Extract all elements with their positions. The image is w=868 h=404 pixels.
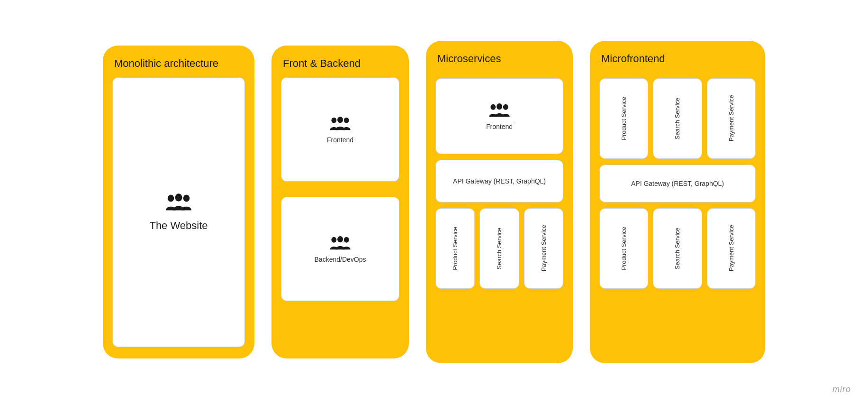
ms-frontend-label: Frontend: [486, 123, 513, 130]
mf-top-search-label: Search Service: [674, 98, 681, 139]
diagram-row: Monolithic architecture The Website Fron…: [74, 22, 794, 382]
ms-search-service-box: Search Service: [479, 208, 519, 289]
frontbackend-title: Front & Backend: [281, 57, 399, 71]
ms-services-row: Product Service Search Service Payment S…: [435, 208, 563, 289]
svg-point-0: [168, 195, 174, 202]
mf-bottom-search-label: Search Service: [674, 228, 681, 269]
microfrontend-card: Microfrontend Product Service Search Ser…: [590, 41, 765, 363]
frontend-label: Frontend: [327, 136, 353, 144]
mf-gateway-box: API Gateway (REST, GraphQL): [599, 165, 756, 202]
ms-gateway-box: API Gateway (REST, GraphQL): [435, 160, 563, 202]
people-icon-ms-frontend: [488, 102, 511, 119]
mf-bottom-search-box: Search Service: [653, 208, 702, 289]
canvas: Monolithic architecture The Website Fron…: [0, 0, 868, 404]
people-icon-backend: [329, 235, 352, 252]
mf-bottom-payment-label: Payment Service: [728, 225, 735, 271]
svg-point-3: [331, 117, 336, 123]
ms-product-service-box: Product Service: [435, 208, 475, 289]
people-icon-frontend: [329, 115, 352, 132]
ms-search-service-label: Search Service: [496, 228, 503, 269]
svg-point-8: [344, 237, 349, 242]
mf-top-payment-label: Payment Service: [728, 95, 735, 141]
frontbackend-card: Front & Backend Frontend: [271, 46, 409, 358]
svg-point-7: [337, 236, 343, 242]
mf-top-search-box: Search Service: [653, 78, 702, 159]
microservices-title: Microservices: [435, 52, 563, 66]
svg-point-2: [183, 195, 190, 202]
people-icon-monolithic: [164, 192, 193, 213]
mf-gateway-label: API Gateway (REST, GraphQL): [631, 180, 724, 187]
frontend-box: Frontend: [281, 77, 399, 182]
ms-payment-service-box: Payment Service: [524, 208, 563, 289]
svg-point-10: [497, 103, 502, 110]
svg-point-9: [490, 104, 496, 110]
microfrontend-title: Microfrontend: [599, 52, 756, 66]
svg-point-11: [503, 104, 508, 110]
mf-bottom-services-row: Product Service Search Service Payment S…: [599, 208, 756, 289]
mf-top-product-box: Product Service: [599, 78, 648, 159]
mf-top-payment-box: Payment Service: [707, 78, 756, 159]
monolithic-card: Monolithic architecture The Website: [103, 46, 254, 358]
ms-gateway-label: API Gateway (REST, GraphQL): [453, 177, 546, 185]
backend-box: Backend/DevOps: [281, 197, 399, 301]
svg-point-6: [331, 237, 336, 242]
ms-frontend-box: Frontend: [435, 78, 563, 154]
mf-bottom-product-label: Product Service: [620, 227, 627, 270]
mf-top-services-row: Product Service Search Service Payment S…: [599, 78, 756, 159]
mf-top-product-label: Product Service: [620, 97, 627, 140]
monolithic-title: Monolithic architecture: [112, 57, 245, 71]
website-label: The Website: [149, 220, 208, 232]
svg-point-5: [344, 117, 349, 123]
ms-payment-service-label: Payment Service: [540, 225, 547, 271]
mf-bottom-product-box: Product Service: [599, 208, 648, 289]
svg-point-4: [337, 117, 343, 123]
svg-point-1: [175, 194, 182, 202]
ms-product-service-label: Product Service: [452, 227, 459, 270]
microservices-card: Microservices Frontend API Gateway (REST…: [426, 41, 573, 363]
backend-label: Backend/DevOps: [315, 256, 366, 263]
mf-bottom-payment-box: Payment Service: [707, 208, 756, 289]
monolithic-inner-box: The Website: [112, 77, 245, 347]
miro-watermark: miro: [832, 385, 851, 395]
